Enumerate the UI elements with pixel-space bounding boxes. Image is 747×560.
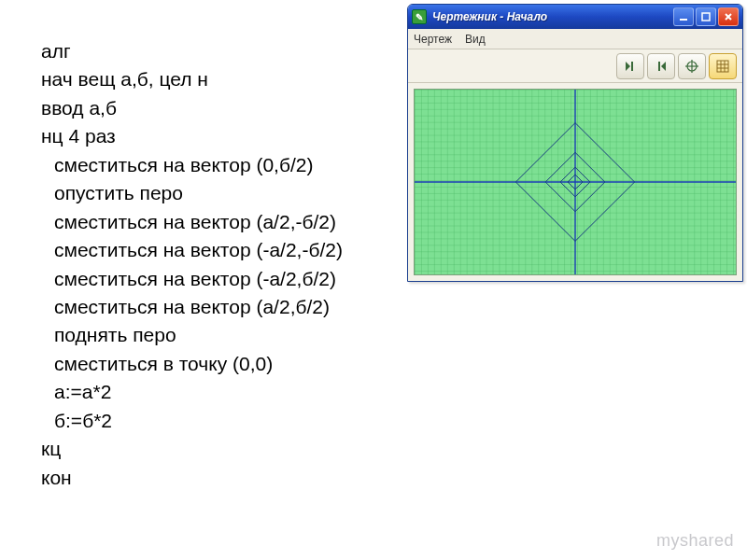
skip-back-icon [654,59,669,74]
code-line: алг [41,37,343,65]
algorithm-code-block: алгнач вещ а,б, цел нввод а,бнц 4 разсме… [41,37,343,492]
code-line: сместиться в точку (0,0) [41,350,343,378]
code-line: сместиться на вектор (а/2,б/2) [41,293,343,321]
minimize-icon [679,12,688,21]
code-line: ввод а,б [41,94,343,122]
canvas-svg [415,90,736,274]
code-line: сместиться на вектор (а/2,-б/2) [41,208,343,236]
code-line: а:=а*2 [41,378,343,406]
code-line: кон [41,464,343,492]
reset-view-button[interactable] [678,53,706,79]
close-icon [724,12,733,21]
code-line: сместиться на вектор (-а/2,-б/2) [41,236,343,264]
skip-back-button[interactable] [647,53,675,79]
minimize-button[interactable] [673,7,694,26]
code-line: поднять перо [41,321,343,349]
svg-rect-0 [680,19,687,21]
code-line: кц [41,435,343,463]
maximize-icon [701,12,711,21]
watermark: myshared [656,531,734,551]
menu-drawing[interactable]: Чертеж [414,33,452,46]
code-line: нач вещ а,б, цел н [41,65,343,93]
app-icon: ✎ [412,9,427,24]
svg-rect-1 [702,13,710,21]
svg-rect-7 [717,61,728,72]
toolbar [408,49,742,83]
drawing-canvas[interactable] [414,89,737,275]
grid-icon [715,59,730,74]
maximize-button[interactable] [696,7,716,26]
svg-rect-3 [658,62,660,71]
canvas-area [408,83,742,281]
code-line: опустить перо [41,179,343,207]
code-line: б:=б*2 [41,407,343,435]
titlebar[interactable]: ✎ Чертежник - Начало [408,5,742,29]
menubar: Чертеж Вид [408,29,742,49]
window-controls [673,7,739,26]
skip-forward-icon [623,59,638,74]
close-button[interactable] [718,7,739,26]
grid-toggle-button[interactable] [709,53,737,79]
drawer-app-window: ✎ Чертежник - Начало Чертеж Вид [407,4,743,282]
crosshair-icon [684,59,699,74]
window-title: Чертежник - Начало [432,10,673,23]
menu-view[interactable]: Вид [465,33,486,46]
code-line: сместиться на вектор (0,б/2) [41,151,343,179]
skip-forward-button[interactable] [616,53,644,79]
svg-rect-2 [631,62,633,71]
code-line: сместиться на вектор (-а/2,б/2) [41,265,343,293]
code-line: нц 4 раз [41,122,343,150]
